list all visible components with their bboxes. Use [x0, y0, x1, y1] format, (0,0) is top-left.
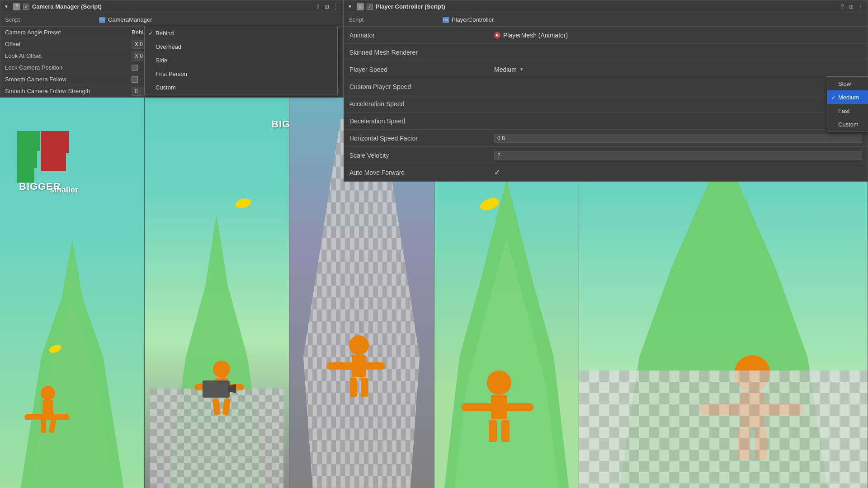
label-smaller-1: smaller — [50, 185, 78, 195]
scale-velocity-label: Scale Velocity — [349, 152, 494, 159]
checker-ground-5 — [579, 371, 868, 488]
script-icon-camera: # — [13, 3, 20, 10]
camera-dropdown: ✓ Behind Overhead Side First Person Cust… — [144, 26, 338, 94]
deceleration-label: Deceleration Speed — [349, 117, 494, 125]
player-script-name: PlayerController — [452, 16, 494, 23]
dropdown-label-overhead: Overhead — [156, 43, 181, 50]
label-bigger-2: BIGGER — [271, 118, 289, 130]
player-speed-row[interactable]: Player Speed Medium ▼ — [344, 61, 868, 78]
dropdown-item-overhead[interactable]: Overhead — [145, 40, 337, 53]
camera-script-value-container: C# CameraManager — [99, 16, 152, 23]
dropdown-label-side: Side — [156, 57, 167, 64]
player-figure-1 — [40, 386, 56, 434]
lock-camera-label: Lock Camera Position — [5, 64, 132, 71]
player-speed-dropdown: Slow ✓ Medium Fast Custom — [827, 76, 868, 131]
help-button-camera[interactable]: ? — [314, 3, 321, 10]
player-speed-label: Player Speed — [349, 66, 494, 73]
smooth-camera-checkbox[interactable] — [132, 76, 138, 83]
player-script-row: Script C# PlayerController — [344, 13, 868, 27]
player-script-value-container: C# PlayerController — [443, 16, 494, 23]
script-icon-player: # — [357, 3, 364, 10]
camera-header-controls: ? ⊞ ⋮ — [314, 3, 340, 10]
camera-script-row: Script C# CameraManager — [0, 13, 343, 27]
offset-label: Offset — [5, 41, 132, 47]
speed-label-slow: Slow — [838, 80, 851, 87]
acceleration-row: Acceleration Speed — [344, 95, 868, 113]
scale-velocity-value: 2 — [494, 151, 862, 160]
auto-move-value[interactable]: ✓ — [494, 168, 862, 177]
player-header-controls: ? ⊞ ⋮ — [839, 3, 864, 10]
speed-label-custom: Custom — [838, 121, 859, 128]
dropdown-item-behind[interactable]: ✓ Behind — [145, 26, 337, 40]
auto-move-checkmark: ✓ — [494, 169, 500, 176]
acceleration-label: Acceleration Speed — [349, 100, 494, 108]
speed-item-medium[interactable]: ✓ Medium — [827, 90, 868, 104]
camera-manager-panel: ▼ # ✓ Camera Manager (Script) ? ⊞ ⋮ Scri… — [0, 0, 344, 98]
more-button-player[interactable]: ⋮ — [857, 3, 864, 10]
dropdown-item-custom-camera[interactable]: Custom — [145, 80, 337, 94]
camera-script-label: Script — [5, 16, 95, 23]
check-medium: ✓ — [831, 94, 838, 101]
speed-item-custom[interactable]: Custom — [827, 117, 868, 131]
speed-item-fast[interactable]: Fast — [827, 104, 868, 117]
check-behind: ✓ — [148, 30, 156, 37]
animator-row: Animator ▶ PlayerMesh (Animator) — [344, 27, 868, 44]
animator-name: PlayerMesh (Animator) — [503, 32, 568, 39]
auto-move-label: Auto Move Forward — [349, 169, 494, 176]
main-container: BIGGER smaller — [0, 0, 868, 488]
animator-icon: ▶ — [494, 32, 500, 38]
player-speed-value[interactable]: Medium ▼ — [494, 66, 862, 73]
horiz-speed-label: Horizontal Speed Factor — [349, 135, 494, 142]
camera-panel-title: Camera Manager (Script) — [32, 3, 311, 10]
dropdown-item-side[interactable]: Side — [145, 53, 337, 67]
dock-button-player[interactable]: ⊞ — [848, 3, 855, 10]
player-inspector-body: Script C# PlayerController Animator ▶ Pl… — [344, 13, 868, 181]
player-controller-panel: ▼ # ✓ Player Controller (Script) ? ⊞ ⋮ S… — [344, 0, 868, 182]
skinned-mesh-row: Skinned Mesh Renderer — [344, 44, 868, 61]
dropdown-label-behind: Behind — [156, 30, 174, 37]
enabled-checkbox-camera[interactable]: ✓ — [23, 4, 29, 10]
expand-icon: ▼ — [4, 4, 9, 9]
svg-rect-19 — [579, 371, 868, 488]
custom-speed-row: Custom Player Speed — [344, 78, 868, 95]
camera-angle-label: Camera Angle Preset — [5, 29, 132, 36]
player-script-cs-icon: C# — [443, 17, 449, 23]
smooth-strength-label: Smooth Camera Follow Strength — [5, 88, 132, 94]
camera-script-name: CameraManager — [108, 16, 152, 23]
animator-label: Animator — [349, 32, 494, 39]
deceleration-row: Deceleration Speed — [344, 113, 868, 130]
more-button-camera[interactable]: ⋮ — [332, 3, 340, 10]
speed-label-medium: Medium — [838, 94, 859, 101]
dropdown-label-firstperson: First Person — [156, 70, 187, 77]
horiz-speed-row: Horizontal Speed Factor 0.8 — [344, 130, 868, 147]
horiz-speed-value: 0.8 — [494, 134, 862, 143]
camera-script-cs-icon: C# — [99, 17, 105, 23]
speed-label-fast: Fast — [838, 108, 849, 114]
lookat-label: Look At Offset — [5, 52, 132, 59]
speed-item-slow[interactable]: Slow — [827, 77, 868, 90]
camera-prop — [203, 380, 230, 398]
custom-speed-label: Custom Player Speed — [349, 83, 494, 90]
animator-value[interactable]: ▶ PlayerMesh (Animator) — [494, 32, 568, 39]
scale-velocity-field[interactable]: 2 — [494, 151, 862, 160]
dock-button-camera[interactable]: ⊞ — [323, 3, 330, 10]
player-script-label: Script — [349, 16, 439, 23]
player-figure-4 — [487, 371, 511, 443]
scale-velocity-row: Scale Velocity 2 — [344, 147, 868, 164]
player-speed-selected: Medium — [494, 66, 517, 73]
enabled-checkbox-player[interactable]: ✓ — [367, 4, 373, 10]
camera-panel-header: ▼ # ✓ Camera Manager (Script) ? ⊞ ⋮ — [0, 0, 343, 13]
player-speed-arrow: ▼ — [519, 67, 524, 72]
help-button-player[interactable]: ? — [839, 3, 846, 10]
auto-move-row: Auto Move Forward ✓ — [344, 164, 868, 181]
player-panel-title: Player Controller (Script) — [376, 3, 836, 10]
player-figure-3 — [349, 335, 369, 398]
horiz-speed-field[interactable]: 0.8 — [494, 134, 862, 143]
dropdown-item-firstperson[interactable]: First Person — [145, 67, 337, 80]
player-panel-header: ▼ # ✓ Player Controller (Script) ? ⊞ ⋮ — [344, 0, 868, 13]
smooth-camera-label: Smooth Camera Follow — [5, 76, 132, 83]
lock-camera-checkbox[interactable] — [132, 65, 138, 71]
dropdown-label-custom-camera: Custom — [156, 84, 176, 91]
expand-icon-player: ▼ — [348, 4, 352, 9]
skinned-mesh-label: Skinned Mesh Renderer — [349, 49, 494, 56]
